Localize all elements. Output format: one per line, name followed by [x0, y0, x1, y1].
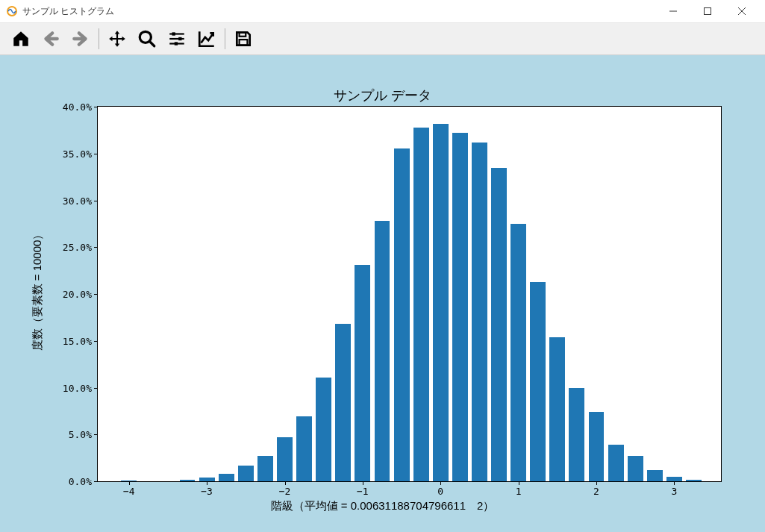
y-tick-label: 35.0%	[63, 148, 98, 159]
figure-area[interactable]: サンプル データ 度数（要素数 = 10000） 0.0%5.0%10.0%15…	[0, 55, 765, 532]
titlebar: サンプル ヒストグラム	[0, 0, 765, 23]
svg-rect-12	[175, 42, 178, 45]
histogram-bar	[316, 378, 331, 481]
histogram-bar	[608, 445, 624, 481]
histogram-bar	[510, 224, 526, 481]
svg-rect-13	[240, 32, 246, 36]
histogram-bar	[472, 143, 487, 481]
svg-rect-10	[178, 37, 181, 40]
home-icon	[11, 29, 31, 48]
histogram-bar	[277, 437, 293, 481]
maximize-button[interactable]	[690, 0, 725, 22]
histogram-bar	[589, 412, 605, 481]
chart-title: サンプル データ	[0, 87, 765, 104]
histogram-bar	[413, 128, 429, 481]
histogram-bar	[121, 481, 137, 481]
arrow-left-icon	[41, 29, 60, 48]
histogram-bar	[549, 337, 565, 481]
svg-rect-2	[705, 8, 711, 15]
y-tick-label: 10.0%	[63, 382, 98, 393]
toolbar-separator	[99, 28, 99, 49]
histogram-bar	[666, 477, 682, 481]
histogram-bar	[686, 480, 702, 482]
histogram-bar	[452, 133, 468, 481]
svg-line-6	[149, 41, 154, 46]
app-icon	[6, 5, 18, 17]
histogram-bar	[355, 265, 370, 481]
histogram-bar	[491, 168, 507, 481]
edit-button[interactable]	[192, 25, 222, 52]
y-tick-label: 25.0%	[63, 242, 98, 253]
histogram-bar	[219, 474, 234, 481]
histogram-bar	[433, 124, 449, 481]
back-button[interactable]	[36, 25, 66, 52]
minimize-button[interactable]	[656, 0, 690, 22]
histogram-bar	[569, 388, 584, 482]
histogram-bar	[296, 416, 312, 481]
configure-button[interactable]	[162, 25, 192, 52]
save-button[interactable]	[228, 25, 258, 52]
histogram-bar	[257, 456, 273, 481]
move-icon	[107, 29, 127, 48]
window-title: サンプル ヒストグラム	[22, 5, 114, 18]
histogram-bar	[647, 470, 663, 481]
histogram-bar	[375, 221, 390, 481]
histogram-bar	[199, 478, 215, 481]
histogram-bar	[180, 480, 196, 482]
histogram-bar	[335, 324, 351, 481]
plot-area[interactable]: 0.0%5.0%10.0%15.0%20.0%25.0%30.0%35.0%40…	[97, 106, 722, 482]
zoom-button[interactable]	[132, 25, 162, 52]
y-tick-label: 30.0%	[63, 195, 98, 206]
histogram-bar	[628, 456, 643, 481]
y-tick-label: 20.0%	[63, 289, 98, 300]
chart-line-icon	[197, 29, 216, 48]
histogram-bar	[530, 282, 546, 481]
sliders-icon	[167, 29, 187, 48]
svg-rect-8	[172, 32, 175, 35]
toolbar	[0, 23, 765, 55]
home-button[interactable]	[6, 25, 36, 52]
y-tick-label: 40.0%	[63, 101, 98, 113]
y-axis-label: 度数（要素数 = 10000）	[31, 216, 45, 365]
pan-button[interactable]	[102, 25, 132, 52]
zoom-icon	[137, 29, 157, 48]
save-icon	[234, 29, 253, 48]
histogram-bar	[238, 466, 254, 481]
toolbar-separator	[225, 28, 225, 49]
arrow-right-icon	[71, 29, 90, 48]
y-tick-label: 15.0%	[63, 335, 98, 346]
close-button[interactable]	[725, 0, 759, 22]
x-axis-label: 階級（平均値 = 0.00631188704796611 2）	[0, 499, 765, 513]
histogram-bar	[394, 148, 410, 481]
window-controls	[656, 0, 759, 22]
forward-button[interactable]	[66, 25, 96, 52]
